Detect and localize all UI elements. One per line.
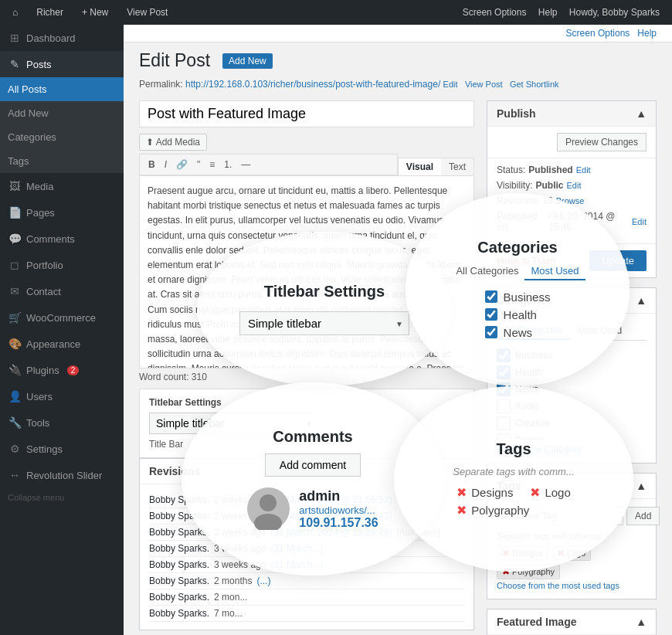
categories-toggle[interactable]: Categories ▲ xyxy=(487,288,656,314)
rev-link-3[interactable]: (31 March, 2014 @ 18:26:26) xyxy=(270,527,392,538)
post-sidebar-column: Publish ▲ Preview Changes Status: Publis… xyxy=(487,100,657,635)
sidebar-item-dashboard[interactable]: ⊞ Dashboard xyxy=(0,25,124,51)
sidebar-item-portfolio[interactable]: ◻ Portfolio xyxy=(0,252,124,278)
tag-pills: ✖ Designs ✖ Logo ✖ Polygraphy xyxy=(497,545,647,579)
sidebar-item-tools[interactable]: 🔧 Tools xyxy=(0,409,124,436)
add-new-category[interactable]: + Add New Category xyxy=(497,444,647,455)
preview-button[interactable]: Preview Changes xyxy=(557,133,647,151)
help-btn[interactable]: Help xyxy=(534,7,562,18)
sidebar-item-contact[interactable]: ✉ Contact xyxy=(0,278,124,304)
submenu-add-new[interactable]: Add New xyxy=(0,101,124,125)
remove-polygraphy-icon[interactable]: ✖ xyxy=(502,566,510,577)
adminbar-view-post[interactable]: View Post xyxy=(122,7,172,18)
sidebar-item-comments[interactable]: 💬 Comments xyxy=(0,226,124,252)
rev-link-6[interactable]: (...) xyxy=(256,576,270,586)
sidebar-item-media[interactable]: 🖼 Media xyxy=(0,173,124,199)
tag-polygraphy-label: Polygraphy xyxy=(512,567,555,576)
cat-check-design[interactable] xyxy=(497,433,511,440)
post-main-column: ⬆ Add Media B I 🔗 " ≡ 1. — xyxy=(139,100,474,635)
posts-submenu: All Posts Add New Categories Tags xyxy=(0,77,124,173)
sidebar-item-woocommerce[interactable]: 🛒 WooCommerce xyxy=(0,304,124,331)
ol-btn[interactable]: 1. xyxy=(220,158,236,171)
rev-link-4[interactable]: (31 March...) xyxy=(270,543,323,554)
titlebar-select[interactable]: Simple titlebar Full titlebar No titleba… xyxy=(149,413,319,434)
trash-button[interactable]: Move to Trash xyxy=(497,256,555,267)
rev-author-1: Bobby Sparks. xyxy=(149,494,209,505)
howdy-user[interactable]: Howdy, Bobby Sparks xyxy=(565,7,664,18)
sidebar-item-revolution[interactable]: ↔ Revolution Slider xyxy=(0,462,124,488)
cat-check-health[interactable] xyxy=(497,365,511,379)
titlebar-section-label: Titlebar Settings xyxy=(149,397,464,408)
tags-add-button[interactable]: Add xyxy=(626,507,660,525)
add-new-button[interactable]: Add New xyxy=(222,53,273,69)
most-used-tab[interactable]: Most Used xyxy=(570,321,630,340)
cat-check-creative[interactable] xyxy=(497,416,511,430)
screen-options-btn[interactable]: Screen Options xyxy=(458,7,531,18)
adminbar-site[interactable]: Richer xyxy=(32,7,68,18)
rev-link-5[interactable]: (31 March...) xyxy=(270,559,323,570)
rev-link-1[interactable]: (31 March, 2014 @ 21:06:52) xyxy=(270,494,392,505)
update-button[interactable]: Update xyxy=(589,250,647,271)
admin-bar: ⌂ Richer + New View Post Screen Options … xyxy=(0,0,672,25)
status-edit[interactable]: Edit xyxy=(576,165,591,175)
italic-btn[interactable]: I xyxy=(161,158,171,171)
revisions-meta-label: Revisions: xyxy=(497,195,539,206)
submenu-categories[interactable]: Categories xyxy=(0,125,124,149)
collapse-menu-btn[interactable]: Collapse menu xyxy=(0,488,124,507)
rev-link-2[interactable]: (31 March, 2014 @ 18:47:43) xyxy=(270,511,392,521)
sidebar-item-appearance[interactable]: 🎨 Appearance xyxy=(0,331,124,357)
sidebar-item-posts[interactable]: ✎ Posts xyxy=(0,51,124,77)
help-link[interactable]: Help xyxy=(637,28,657,39)
editor-content[interactable]: Praesent augue arcu, ornare ut tincidunt… xyxy=(139,175,474,368)
tag-designs-label: Designs xyxy=(512,548,543,558)
sidebar-label-comments: Comments xyxy=(26,233,75,245)
rev-author-6: Bobby Sparks. xyxy=(149,576,209,586)
rev-time-7: 2 mon... xyxy=(214,592,247,603)
bold-btn[interactable]: B xyxy=(144,158,159,171)
revisions-toggle[interactable]: Revisions ▲ xyxy=(140,459,473,484)
appearance-icon: 🎨 xyxy=(8,337,22,351)
published-edit[interactable]: Edit xyxy=(632,217,647,226)
screen-options-link[interactable]: Screen Options xyxy=(566,28,630,39)
tags-toggle[interactable]: Tags ▲ xyxy=(487,474,656,499)
cat-check-audio[interactable] xyxy=(497,399,511,413)
status-label: Status: xyxy=(497,165,525,175)
permalink-url[interactable]: http://192.168.0.103/richer/business/pos… xyxy=(185,79,440,90)
visibility-edit[interactable]: Edit xyxy=(566,181,581,190)
revisions-browse[interactable]: Browse xyxy=(556,196,585,205)
adminbar-logo[interactable]: ⌂ xyxy=(8,7,22,18)
all-categories-tab[interactable]: All Categories xyxy=(497,321,570,340)
publish-toggle[interactable]: Publish ▲ xyxy=(487,101,656,127)
most-used-tags-link[interactable]: Choose from the most used tags xyxy=(497,581,619,590)
submenu-tags[interactable]: Tags xyxy=(0,149,124,173)
add-media-button[interactable]: ⬆ Add Media xyxy=(139,134,207,151)
view-post-link[interactable]: View Post xyxy=(465,80,503,89)
visual-tab[interactable]: Visual xyxy=(399,158,441,175)
ul-btn[interactable]: ≡ xyxy=(205,158,219,171)
submenu-all-posts[interactable]: All Posts xyxy=(0,77,124,101)
remove-logo-icon[interactable]: ✖ xyxy=(557,548,565,559)
portfolio-icon: ◻ xyxy=(8,258,22,272)
post-layout: ⬆ Add Media B I 🔗 " ≡ 1. — xyxy=(139,100,657,635)
revolution-icon: ↔ xyxy=(8,468,22,482)
text-tab[interactable]: Text xyxy=(441,158,473,175)
cat-check-business[interactable] xyxy=(497,348,511,362)
sidebar-item-users[interactable]: 👤 Users xyxy=(0,383,124,409)
revisions-content: Bobby Sparks. 2 weeks ago (31 March, 201… xyxy=(140,484,473,630)
sidebar-item-settings[interactable]: ⚙ Settings xyxy=(0,436,124,462)
more-btn[interactable]: — xyxy=(237,158,254,171)
post-title-input[interactable] xyxy=(139,100,474,127)
permalink-edit[interactable]: Edit xyxy=(443,80,458,89)
tags-input[interactable] xyxy=(497,507,623,525)
blockquote-btn[interactable]: " xyxy=(193,158,204,171)
remove-designs-icon[interactable]: ✖ xyxy=(502,548,510,559)
get-shortlink[interactable]: Get Shortlink xyxy=(510,80,559,89)
sidebar-item-pages[interactable]: 📄 Pages xyxy=(0,199,124,226)
sidebar-item-plugins[interactable]: 🔌 Plugins 2 xyxy=(0,357,124,383)
cat-check-news[interactable] xyxy=(497,382,511,396)
sidebar-label-revolution: Revolution Slider xyxy=(26,470,102,481)
featured-image-toggle[interactable]: Featured Image ▲ xyxy=(487,610,656,635)
adminbar-new[interactable]: + New xyxy=(77,7,113,18)
link-btn[interactable]: 🔗 xyxy=(172,158,192,171)
cat-item-creative: Creative xyxy=(497,415,647,432)
